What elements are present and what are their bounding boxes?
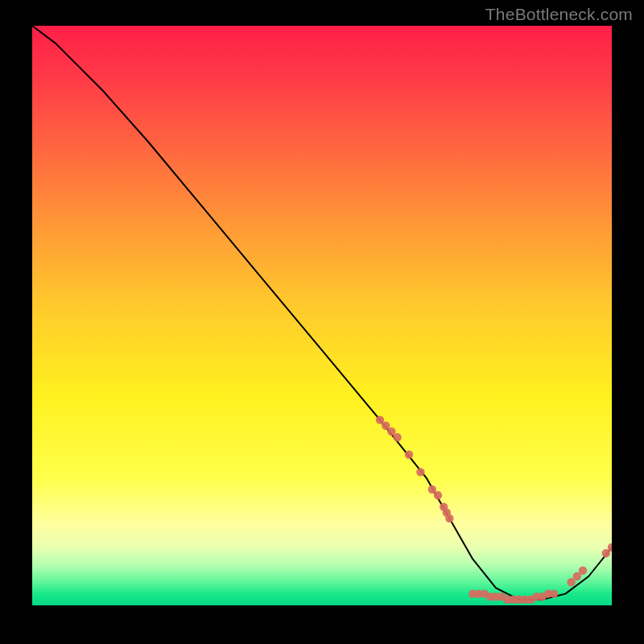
plot-area [32, 26, 612, 605]
chart-frame: TheBottleneck.com [0, 0, 644, 644]
data-point [550, 589, 558, 597]
bottleneck-curve [32, 26, 612, 600]
data-point [579, 567, 587, 575]
data-point [416, 468, 424, 476]
data-point [393, 433, 401, 441]
data-point [405, 451, 413, 459]
data-point [434, 491, 442, 499]
data-points-group [376, 415, 612, 604]
watermark-text: TheBottleneck.com [485, 5, 633, 24]
data-point [445, 514, 453, 522]
chart-overlay-svg [32, 26, 612, 605]
